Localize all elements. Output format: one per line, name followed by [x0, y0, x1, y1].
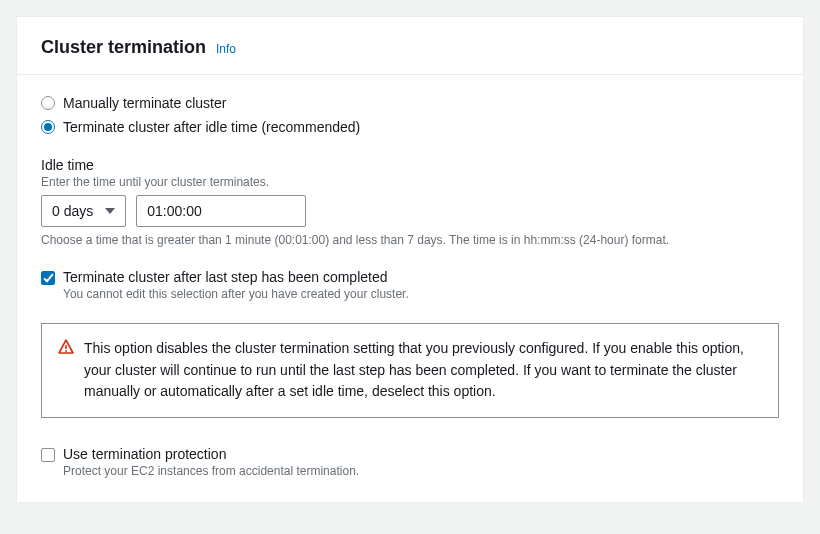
warning-alert: This option disables the cluster termina…: [41, 323, 779, 418]
idle-time-hint: Enter the time until your cluster termin…: [41, 175, 779, 189]
terminate-after-step-checkbox-row: Terminate cluster after last step has be…: [41, 269, 779, 301]
radio-icon: [41, 96, 55, 110]
idle-time-label: Idle time: [41, 157, 779, 173]
warning-alert-text: This option disables the cluster termina…: [84, 338, 762, 403]
radio-terminate-after-idle[interactable]: Terminate cluster after idle time (recom…: [41, 119, 779, 135]
termination-protection-checkbox-row: Use termination protection Protect your …: [41, 446, 779, 478]
idle-days-select[interactable]: 0 days: [41, 195, 126, 227]
chevron-down-icon: [105, 208, 115, 214]
idle-days-value: 0 days: [52, 203, 93, 219]
idle-time-controls: 0 days 01:00:00: [41, 195, 779, 227]
idle-time-field: Idle time Enter the time until your clus…: [41, 157, 779, 247]
terminate-after-step-checkbox[interactable]: [41, 271, 55, 285]
checkbox-text-group: Terminate cluster after last step has be…: [63, 269, 779, 301]
cluster-termination-panel: Cluster termination Info Manually termin…: [16, 16, 804, 503]
termination-mode-radio-group: Manually terminate cluster Terminate clu…: [41, 95, 779, 135]
idle-time-constraint: Choose a time that is greater than 1 min…: [41, 233, 779, 247]
radio-label: Manually terminate cluster: [63, 95, 226, 111]
panel-header: Cluster termination Info: [17, 17, 803, 75]
termination-protection-checkbox[interactable]: [41, 448, 55, 462]
info-link[interactable]: Info: [216, 42, 236, 56]
idle-duration-input[interactable]: 01:00:00: [136, 195, 306, 227]
radio-label: Terminate cluster after idle time (recom…: [63, 119, 360, 135]
termination-protection-desc: Protect your EC2 instances from accident…: [63, 464, 779, 478]
svg-point-1: [65, 350, 67, 352]
termination-protection-label: Use termination protection: [63, 446, 779, 462]
terminate-after-step-label: Terminate cluster after last step has be…: [63, 269, 779, 285]
terminate-after-step-desc: You cannot edit this selection after you…: [63, 287, 779, 301]
checkbox-text-group: Use termination protection Protect your …: [63, 446, 779, 478]
panel-body: Manually terminate cluster Terminate clu…: [17, 75, 803, 502]
panel-title: Cluster termination: [41, 37, 206, 57]
warning-triangle-icon: [58, 339, 74, 358]
idle-duration-value: 01:00:00: [147, 203, 202, 219]
radio-icon: [41, 120, 55, 134]
radio-manually-terminate[interactable]: Manually terminate cluster: [41, 95, 779, 111]
